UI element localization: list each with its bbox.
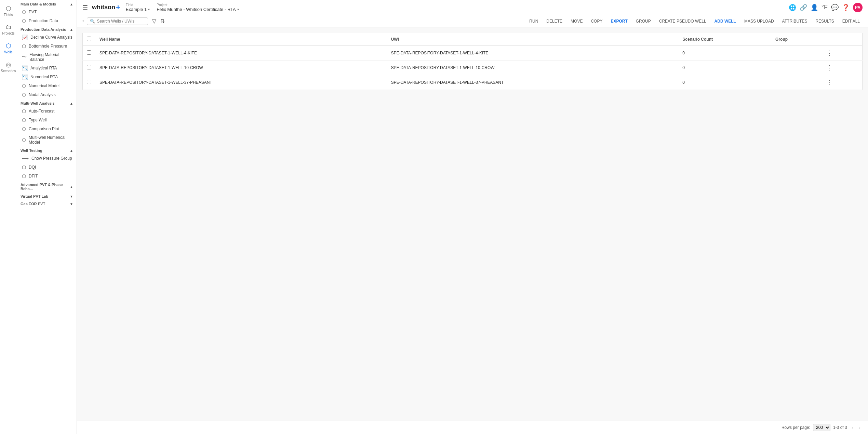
sort-icon-button[interactable]: ⇅ [159, 17, 166, 25]
row-0-more-button[interactable]: ⋮ [825, 49, 834, 57]
table-row: SPE-DATA-REPOSITORY-DATASET-1-WELL-10-CR… [83, 61, 863, 75]
row-0-more[interactable]: ⋮ [821, 46, 863, 61]
sidebar-item-flowing-material-balance[interactable]: 〜 Flowing Material Balance [17, 51, 77, 64]
sidebar-item-production-data-label: Production Data [29, 18, 58, 23]
run-button[interactable]: RUN [526, 17, 541, 25]
nav-fields[interactable]: ⬡ Fields [0, 1, 17, 20]
sidebar-item-auto-forecast[interactable]: ⬡ Auto-Forecast [17, 107, 77, 116]
nav-scenarios[interactable]: ◎ Scenarios [0, 57, 17, 76]
logo: whitson+ [92, 3, 120, 12]
user-icon[interactable]: 👤 [811, 4, 818, 11]
rows-per-page-select[interactable]: 200 50 100 [813, 424, 830, 431]
row-2-checkbox-cell[interactable] [83, 75, 96, 90]
project-selector[interactable]: Project Felix Munthe - Whitson Certifica… [157, 3, 239, 12]
temperature-icon[interactable]: °F [822, 4, 828, 11]
row-0-well-name: SPE-DATA-REPOSITORY-DATASET-1-WELL-4-KIT… [95, 46, 387, 61]
sidebar-item-decline-curve-analysis[interactable]: 📈 Decline Curve Analysis [17, 33, 77, 42]
section-multi-well-analysis-header[interactable]: Multi-Well Analysis ▲ [17, 99, 77, 107]
section-main-data-models-header[interactable]: Main Data & Models ▲ [17, 0, 77, 8]
avatar[interactable]: PA [853, 3, 863, 12]
row-1-checkbox[interactable] [87, 65, 91, 69]
topbar-right: 🌐 🔗 👤 °F 💬 ❓ PA [789, 3, 863, 12]
nav-projects[interactable]: 🗂 Projects [0, 20, 17, 39]
row-1-more-button[interactable]: ⋮ [825, 64, 834, 71]
field-value[interactable]: Example 1 ▾ [126, 7, 150, 12]
delete-button[interactable]: DELETE [544, 17, 565, 25]
sidebar-item-nodal-analysis[interactable]: ⬡ Nodal Analysis [17, 90, 77, 99]
row-1-checkbox-cell[interactable] [83, 61, 96, 75]
bullet-separator: • [82, 18, 84, 24]
table-header-row: Well Name UWI Scenario Count Group [83, 33, 863, 46]
row-1-uwi: SPE-DATA-REPOSITORY-DATASET-1-WELL-10-CR… [387, 61, 679, 75]
projects-icon: 🗂 [5, 24, 12, 31]
row-0-checkbox[interactable] [87, 50, 91, 55]
sidebar-item-comparison-plot[interactable]: ⬡ Comparison Plot [17, 124, 77, 133]
main-content: ☰ whitson+ Field Example 1 ▾ Project Fel… [77, 0, 868, 434]
sidebar-item-chow-pressure-group[interactable]: ⟷ Chow Pressure Group [17, 154, 77, 163]
project-chevron-icon: ▾ [237, 8, 239, 11]
row-2-uwi: SPE-DATA-REPOSITORY-DATASET-1-WELL-37-PH… [387, 75, 679, 90]
search-box[interactable]: 🔍 [87, 17, 148, 25]
create-pseudo-well-button[interactable]: CREATE PSEUDO WELL [656, 17, 709, 25]
section-advanced-pvt-header[interactable]: Advanced PVT & Phase Beha... ▲ [17, 181, 77, 192]
row-1-more[interactable]: ⋮ [821, 61, 863, 75]
edit-all-button[interactable]: EDIT ALL [840, 17, 863, 25]
link-icon[interactable]: 🔗 [800, 4, 807, 11]
search-input[interactable] [97, 19, 145, 24]
add-well-button[interactable]: ADD WELL [712, 17, 739, 25]
sidebar-item-multi-well-numerical-model[interactable]: ⬡ Multi-well Numerical Model [17, 133, 77, 146]
sidebar-item-numerical-rta[interactable]: 📉 Numerical RTA [17, 73, 77, 81]
row-2-more[interactable]: ⋮ [821, 75, 863, 90]
next-page-button[interactable]: › [857, 424, 863, 431]
nav-projects-label: Projects [2, 31, 14, 35]
select-all-header[interactable] [83, 33, 96, 46]
sidebar-item-analytical-rta[interactable]: 📉 Analytical RTA [17, 64, 77, 73]
sidebar-item-pvt[interactable]: ⬡ PVT [17, 8, 77, 16]
help-icon[interactable]: ❓ [842, 4, 850, 11]
decline-curve-icon: 📈 [22, 35, 28, 40]
field-selector[interactable]: Field Example 1 ▾ [126, 3, 150, 12]
row-2-checkbox[interactable] [87, 80, 91, 84]
section-virtual-pvt-lab-header[interactable]: Virtual PVT Lab ▼ [17, 192, 77, 200]
filter-icon-button[interactable]: ▽ [151, 17, 158, 25]
export-button[interactable]: EXPORT [608, 17, 630, 25]
attributes-button[interactable]: ATTRIBUTES [779, 17, 810, 25]
chat-icon[interactable]: 💬 [831, 4, 839, 11]
row-2-more-button[interactable]: ⋮ [825, 79, 834, 86]
section-well-testing-toggle: ▲ [70, 149, 73, 153]
topbar: ☰ whitson+ Field Example 1 ▾ Project Fel… [77, 0, 868, 15]
nav-fields-label: Fields [4, 13, 13, 17]
row-0-checkbox-cell[interactable] [83, 46, 96, 61]
sidebar-item-decline-curve-label: Decline Curve Analysis [30, 35, 72, 40]
prev-page-button[interactable]: ‹ [850, 424, 856, 431]
results-button[interactable]: RESULTS [813, 17, 837, 25]
nav-wells[interactable]: ⬡ Wells [0, 39, 17, 57]
col-uwi: UWI [387, 33, 679, 46]
project-value[interactable]: Felix Munthe - Whitson Certificate - RTA… [157, 7, 239, 12]
sidebar-item-multi-well-numerical-model-label: Multi-well Numerical Model [29, 135, 73, 145]
sidebar-item-type-well[interactable]: ⬡ Type Well [17, 116, 77, 124]
sidebar-item-bottomhole-pressure[interactable]: ⬡ Bottomhole Pressure [17, 42, 77, 51]
select-all-checkbox[interactable] [87, 37, 91, 41]
numerical-rta-icon: 📉 [22, 74, 28, 80]
sidebar-item-numerical-model[interactable]: ⬡ Numerical Model [17, 81, 77, 90]
row-1-well-name: SPE-DATA-REPOSITORY-DATASET-1-WELL-10-CR… [95, 61, 387, 75]
globe-icon[interactable]: 🌐 [789, 4, 796, 11]
section-production-data-analysis: Production Data Analysis ▲ 📈 Decline Cur… [17, 25, 77, 99]
section-gas-eor-pvt-header[interactable]: Gas EOR PVT ▼ [17, 200, 77, 207]
fields-icon: ⬡ [6, 5, 11, 12]
section-virtual-pvt-lab: Virtual PVT Lab ▼ [17, 192, 77, 200]
section-production-data-analysis-header[interactable]: Production Data Analysis ▲ [17, 25, 77, 33]
nodal-analysis-icon: ⬡ [22, 92, 26, 97]
sidebar-item-dqi[interactable]: ⬡ DQI [17, 163, 77, 172]
field-label: Field [126, 3, 150, 7]
copy-button[interactable]: COPY [588, 17, 605, 25]
field-chevron-icon: ▾ [148, 8, 150, 11]
sidebar-item-production-data[interactable]: ⬡ Production Data [17, 16, 77, 25]
group-button[interactable]: GROUP [633, 17, 654, 25]
menu-icon[interactable]: ☰ [82, 4, 88, 11]
sidebar-item-dfit[interactable]: ⬡ DFIT [17, 172, 77, 181]
section-well-testing-header[interactable]: Well Testing ▲ [17, 146, 77, 154]
move-button[interactable]: MOVE [568, 17, 585, 25]
mass-upload-button[interactable]: MASS UPLOAD [742, 17, 777, 25]
